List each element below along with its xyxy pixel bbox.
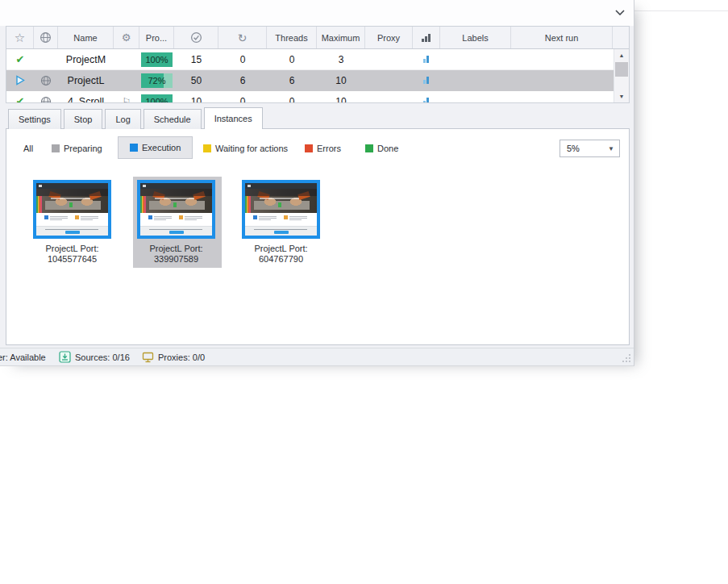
globe-icon: [40, 31, 52, 44]
thumb-button: [169, 231, 184, 234]
bar-chart-icon: [421, 33, 431, 43]
thumb-features: [140, 213, 212, 226]
row-stats-icon[interactable]: [423, 97, 431, 102]
projects-table: ☆ Name ⚙ Pro... ↻ Threads Maximum Proxy …: [6, 26, 630, 103]
tab-stop[interactable]: Stop: [64, 109, 103, 129]
progress-badge: 100%: [141, 94, 173, 103]
progress-badge: 100%: [141, 52, 173, 67]
table-row-projectm[interactable]: ✔ ProjectM 100% 15 0 0 3: [6, 49, 614, 70]
success-count: 15: [174, 49, 218, 69]
column-success[interactable]: [174, 27, 218, 48]
filter-label: Done: [377, 144, 398, 153]
preparing-color-icon: [52, 144, 60, 152]
instance-caption: ProjectL Port: 339907589: [133, 244, 219, 264]
filter-preparing[interactable]: Preparing: [52, 140, 102, 157]
filter-waiting-for-actions[interactable]: Waiting for actions: [203, 140, 288, 157]
filter-label: Execution: [142, 143, 181, 152]
thumb-photo: [140, 189, 212, 213]
zoom-value: 5%: [567, 144, 580, 153]
proxies-status: Proxies: 0/0: [142, 348, 205, 365]
errors-color-icon: [305, 144, 313, 152]
star-icon: ☆: [15, 31, 25, 45]
scroll-down-icon[interactable]: ▼: [614, 90, 629, 102]
progress-badge: 72%: [141, 73, 173, 88]
scrollbar-thumb[interactable]: [615, 62, 628, 77]
column-name[interactable]: Name: [58, 27, 114, 48]
status-bar: er: Available Sources: 0/16 Proxies: 0/0: [0, 348, 634, 365]
window-top-strip: [0, 0, 634, 26]
maximum-count: 10: [317, 70, 365, 90]
resize-grip[interactable]: [622, 353, 631, 363]
filter-all[interactable]: All: [16, 140, 40, 157]
done-color-icon: [365, 144, 373, 152]
instance-thumbnail[interactable]: [242, 180, 320, 239]
instances-panel: All Preparing Execution Waiting for acti…: [6, 128, 630, 345]
thumb-features: [36, 213, 108, 226]
thumb-photo: [36, 189, 108, 213]
collapse-chevron-icon[interactable]: [611, 5, 629, 19]
table-row-scroll[interactable]: ✔ 4. Scroll ⚐ 100% 10 0 0 10: [6, 91, 614, 102]
desktop: ☆ Name ⚙ Pro... ↻ Threads Maximum Proxy …: [0, 0, 728, 584]
thumb-footer: [140, 226, 212, 236]
column-proxy[interactable]: Proxy: [365, 27, 413, 48]
thumb-button: [65, 231, 80, 234]
threads-count: 0: [267, 49, 317, 69]
thumbnail-zoom-select[interactable]: 5% ▼: [560, 140, 620, 157]
column-labels[interactable]: Labels: [440, 27, 511, 48]
execution-color-icon: [130, 144, 138, 152]
flag-icon: ⚐: [123, 96, 131, 103]
filter-label: Preparing: [64, 144, 102, 153]
refresh-icon: ↻: [238, 31, 248, 44]
row-stats-icon[interactable]: [423, 76, 431, 85]
tab-schedule[interactable]: Schedule: [144, 109, 202, 129]
project-name: 4. Scroll: [58, 91, 114, 102]
column-progress[interactable]: Pro...: [139, 27, 174, 48]
filter-errors[interactable]: Errors: [305, 140, 341, 157]
column-stats[interactable]: [413, 27, 440, 48]
thumb-navbar: [245, 183, 317, 189]
filter-label: Waiting for actions: [215, 144, 288, 153]
table-row-projectl[interactable]: ProjectL 72% 50 6 6 10: [6, 70, 614, 91]
thumb-features: [245, 213, 317, 226]
tab-settings[interactable]: Settings: [8, 109, 61, 129]
project-name: ProjectM: [58, 49, 114, 69]
instance-thumbnail[interactable]: [33, 180, 111, 239]
vertical-scrollbar[interactable]: ▲ ▼: [614, 49, 629, 102]
tab-log[interactable]: Log: [105, 109, 140, 129]
dropdown-arrow-icon: ▼: [608, 145, 614, 152]
background-window-edge: [634, 10, 728, 11]
gear-icon: ⚙: [122, 31, 131, 44]
thumb-footer: [36, 226, 108, 236]
filter-done[interactable]: Done: [365, 140, 398, 157]
success-count: 10: [174, 91, 218, 102]
thumb-navbar: [140, 183, 212, 189]
instance-thumbnail[interactable]: [137, 180, 215, 239]
filter-execution[interactable]: Execution: [118, 136, 193, 159]
check-circle-icon: [190, 31, 202, 44]
thumb-navbar: [36, 183, 108, 189]
scroll-up-icon[interactable]: ▲: [614, 49, 629, 61]
column-spacer: [613, 27, 628, 48]
column-retries[interactable]: ↻: [218, 27, 267, 48]
row-stats-icon[interactable]: [423, 55, 431, 64]
filter-label: Errors: [317, 144, 341, 153]
column-threads[interactable]: Threads: [267, 27, 317, 48]
sources-download-icon: [59, 351, 71, 363]
column-favorite[interactable]: ☆: [6, 27, 34, 48]
thumb-button: [274, 231, 289, 234]
column-browser[interactable]: [34, 27, 58, 48]
projects-table-header: ☆ Name ⚙ Pro... ↻ Threads Maximum Proxy …: [6, 27, 629, 49]
app-window: ☆ Name ⚙ Pro... ↻ Threads Maximum Proxy …: [0, 0, 634, 366]
bottom-tab-bar: Settings Stop Log Schedule Instances: [8, 107, 265, 129]
projects-table-body: ✔ ProjectM 100% 15 0 0 3: [6, 49, 629, 102]
waiting-color-icon: [203, 144, 211, 152]
column-maximum[interactable]: Maximum: [317, 27, 365, 48]
tab-instances[interactable]: Instances: [204, 107, 263, 129]
thumb-footer: [245, 226, 317, 236]
threads-count: 0: [267, 91, 317, 102]
column-next-run[interactable]: Next run: [511, 27, 613, 48]
filter-label: All: [23, 144, 33, 153]
thumb-photo: [245, 189, 317, 213]
column-settings[interactable]: ⚙: [114, 27, 139, 48]
browser-globe-icon: [40, 96, 52, 103]
